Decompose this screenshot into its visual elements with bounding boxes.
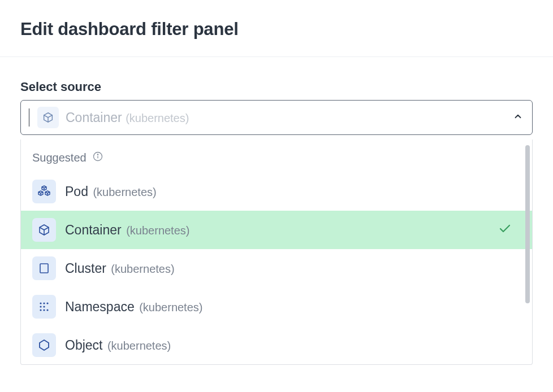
page-title: Edit dashboard filter panel (20, 19, 533, 40)
cubes-icon (32, 180, 56, 203)
option-text: Container (kubernetes) (65, 223, 189, 238)
cube-icon (37, 107, 59, 128)
option-label: Cluster (65, 261, 106, 276)
svg-point-19 (43, 309, 45, 311)
option-label: Pod (65, 184, 88, 199)
modal-content: Select source Container (kubernetes) Sug… (0, 57, 553, 365)
option-sublabel: (kubernetes) (111, 263, 174, 275)
building-icon (32, 256, 56, 280)
svg-point-16 (40, 306, 41, 307)
option-text: Object (kubernetes) (65, 338, 171, 353)
text-cursor (29, 108, 29, 127)
source-dropdown: Suggested Pod (kubernetes (20, 140, 533, 365)
option-label: Container (65, 223, 122, 237)
svg-point-14 (43, 302, 45, 304)
select-placeholder: Container (kubernetes) (66, 110, 506, 125)
svg-point-13 (40, 302, 41, 304)
option-container[interactable]: Container (kubernetes) (21, 211, 532, 249)
option-label: Namespace (65, 299, 135, 314)
dropdown-section-label: Suggested (32, 151, 87, 164)
svg-point-15 (46, 302, 48, 304)
option-text: Pod (kubernetes) (65, 184, 157, 199)
option-sublabel: (kubernetes) (139, 301, 202, 313)
grid-dots-icon (32, 295, 56, 319)
check-icon (498, 222, 521, 238)
option-text: Cluster (kubernetes) (65, 261, 175, 276)
chevron-up-icon[interactable] (513, 111, 523, 124)
option-label: Object (65, 338, 102, 352)
option-sublabel: (kubernetes) (107, 339, 171, 352)
dropdown-section-header: Suggested (21, 147, 532, 172)
hexagon-icon (32, 333, 56, 357)
option-cluster[interactable]: Cluster (kubernetes) (21, 249, 532, 288)
svg-point-18 (40, 309, 41, 311)
svg-point-2 (97, 154, 98, 155)
modal-header: Edit dashboard filter panel (0, 0, 553, 57)
cube-icon (32, 218, 56, 242)
option-sublabel: (kubernetes) (93, 186, 156, 198)
option-sublabel: (kubernetes) (126, 224, 189, 237)
info-icon[interactable] (92, 151, 103, 164)
select-placeholder-sub: (kubernetes) (126, 112, 189, 124)
option-text: Namespace (kubernetes) (65, 299, 202, 315)
svg-rect-3 (40, 264, 48, 273)
source-select-input[interactable]: Container (kubernetes) (20, 100, 533, 135)
svg-marker-21 (40, 340, 49, 350)
scrollbar-thumb[interactable] (525, 145, 530, 303)
select-placeholder-main: Container (66, 110, 122, 125)
select-source-label: Select source (20, 80, 533, 94)
svg-point-17 (43, 306, 45, 307)
option-object[interactable]: Object (kubernetes) (21, 326, 532, 364)
option-pod[interactable]: Pod (kubernetes) (21, 172, 532, 211)
option-namespace[interactable]: Namespace (kubernetes) (21, 288, 532, 326)
svg-point-20 (46, 309, 48, 311)
